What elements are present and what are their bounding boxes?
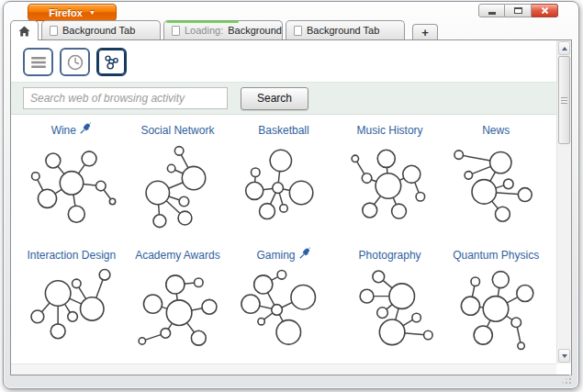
history-view-button[interactable] xyxy=(60,48,90,76)
graph-node[interactable] xyxy=(474,326,492,344)
thumbnail-title[interactable]: Music History xyxy=(337,123,443,137)
horizontal-scrollbar[interactable] xyxy=(11,364,556,375)
graph-node[interactable] xyxy=(496,207,510,221)
graph-node[interactable] xyxy=(95,181,106,191)
thumbnail-title[interactable]: Basketball xyxy=(230,123,337,137)
browsing-graph[interactable] xyxy=(235,138,332,233)
graph-node[interactable] xyxy=(60,172,83,195)
graph-node[interactable] xyxy=(490,151,511,173)
graph-node[interactable] xyxy=(511,318,521,328)
graph-node[interactable] xyxy=(195,278,204,287)
thumbnail-interaction-design[interactable]: Interaction Design xyxy=(18,248,125,373)
tab-background-1[interactable]: Background Tab xyxy=(41,20,161,39)
graph-node[interactable] xyxy=(471,277,480,286)
browsing-graph[interactable] xyxy=(447,138,544,233)
search-button[interactable]: Search xyxy=(241,87,308,110)
graph-node[interactable] xyxy=(168,164,175,172)
graph-node[interactable] xyxy=(483,297,509,322)
scrollbar-thumb[interactable] xyxy=(558,56,570,144)
graph-node[interactable] xyxy=(389,284,415,309)
thumbnail-music-history[interactable]: Music History xyxy=(337,123,443,248)
graph-node[interactable] xyxy=(258,318,264,324)
graph-node[interactable] xyxy=(472,180,497,205)
browsing-graph[interactable] xyxy=(235,263,332,358)
graph-node[interactable] xyxy=(80,297,103,320)
graph-node[interactable] xyxy=(46,153,61,168)
graph-node[interactable] xyxy=(517,285,533,301)
minimize-button[interactable] xyxy=(478,4,505,17)
graph-node[interactable] xyxy=(202,299,217,314)
graph-node[interactable] xyxy=(72,279,81,288)
graph-node[interactable] xyxy=(276,320,301,345)
graph-node[interactable] xyxy=(167,300,193,326)
thumbnail-wine[interactable]: Wine xyxy=(18,123,125,248)
thumbnail-title[interactable]: Gaming xyxy=(230,248,337,262)
graph-node[interactable] xyxy=(31,173,39,180)
graph-node[interactable] xyxy=(82,151,96,166)
scroll-down-button[interactable] xyxy=(558,349,570,363)
graph-node[interactable] xyxy=(518,342,524,349)
graph-node[interactable] xyxy=(373,271,385,283)
new-tab-button[interactable]: + xyxy=(412,24,438,39)
vertical-scrollbar[interactable] xyxy=(556,40,571,364)
graph-node[interactable] xyxy=(379,319,405,345)
graph-node[interactable] xyxy=(192,330,207,345)
search-input[interactable] xyxy=(23,87,228,109)
graph-node[interactable] xyxy=(146,181,169,204)
graph-node[interactable] xyxy=(492,272,509,288)
graph-node[interactable] xyxy=(50,324,65,339)
browsing-graph[interactable] xyxy=(342,138,439,233)
tab-home[interactable] xyxy=(10,20,39,40)
graph-node[interactable] xyxy=(289,181,312,204)
tab-background-2[interactable]: Background Tab xyxy=(286,20,405,39)
maximize-button[interactable] xyxy=(505,4,532,17)
graph-node[interactable] xyxy=(140,338,146,344)
browsing-graph[interactable] xyxy=(447,263,544,358)
graph-node[interactable] xyxy=(519,188,533,202)
graph-node[interactable] xyxy=(180,196,190,207)
graph-node[interactable] xyxy=(504,179,514,189)
graph-node[interactable] xyxy=(183,166,206,189)
graph-node[interactable] xyxy=(178,211,192,225)
thumbnail-title[interactable]: Quantum Physics xyxy=(443,248,549,262)
graph-node[interactable] xyxy=(272,305,283,316)
graph-node[interactable] xyxy=(454,151,464,160)
graph-node[interactable] xyxy=(241,295,260,313)
graph-node[interactable] xyxy=(465,172,472,179)
thumbnail-title[interactable]: Academy Awards xyxy=(125,248,231,262)
graph-node[interactable] xyxy=(423,330,432,340)
graph-node[interactable] xyxy=(68,312,78,322)
graph-node[interactable] xyxy=(38,189,56,207)
graph-node[interactable] xyxy=(362,203,376,218)
graph-node[interactable] xyxy=(411,313,420,322)
graph-node[interactable] xyxy=(376,308,387,319)
graph-node[interactable] xyxy=(144,295,163,313)
graph-node[interactable] xyxy=(251,168,260,177)
resize-grip[interactable] xyxy=(561,374,571,384)
scroll-up-button[interactable] xyxy=(558,41,570,55)
graph-node[interactable] xyxy=(153,215,166,228)
graph-node[interactable] xyxy=(270,150,291,171)
graph-node[interactable] xyxy=(99,269,110,280)
browsing-graph[interactable] xyxy=(342,263,439,358)
graph-node[interactable] xyxy=(377,150,395,167)
thumbnail-news[interactable]: News xyxy=(443,123,549,248)
tab-loading-background[interactable]: Loading: Background Tab xyxy=(163,20,283,39)
graph-node[interactable] xyxy=(280,205,287,212)
graph-node[interactable] xyxy=(352,155,358,162)
graph-node[interactable] xyxy=(376,174,401,199)
browsing-graph[interactable] xyxy=(23,263,120,358)
graph-node[interactable] xyxy=(31,310,44,323)
thumbnail-title[interactable]: Photography xyxy=(337,248,443,262)
thumbnail-photography[interactable]: Photography xyxy=(337,248,443,373)
browsing-graph[interactable] xyxy=(129,263,226,358)
thumbnail-social-network[interactable]: Social Network xyxy=(125,123,231,248)
thumbnail-title[interactable]: Wine xyxy=(18,123,125,137)
browsing-graph[interactable] xyxy=(23,138,120,233)
graph-node[interactable] xyxy=(109,198,115,204)
thumbnail-gaming[interactable]: Gaming xyxy=(230,248,337,373)
graph-node[interactable] xyxy=(391,204,406,218)
graph-node[interactable] xyxy=(246,182,263,199)
list-view-button[interactable] xyxy=(23,48,53,76)
graph-node[interactable] xyxy=(68,206,84,222)
